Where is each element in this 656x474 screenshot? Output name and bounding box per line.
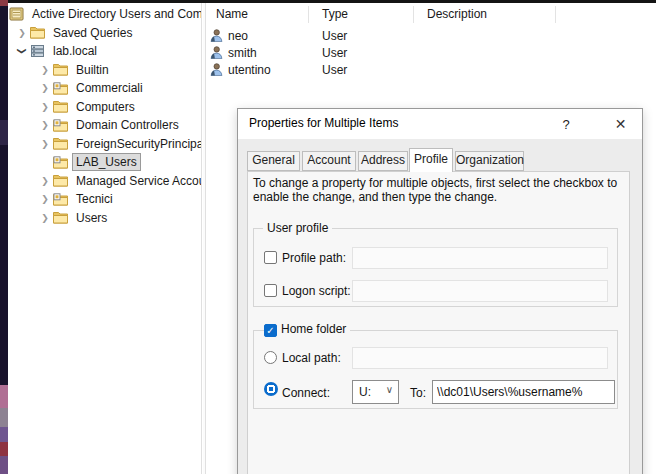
instruction-line-1: To change a property for multiple object… bbox=[253, 176, 617, 190]
wallpaper-segment bbox=[0, 120, 8, 145]
tab-address[interactable]: Address bbox=[358, 151, 408, 171]
chevron-right-icon[interactable] bbox=[37, 83, 53, 93]
folder-icon bbox=[53, 211, 71, 224]
tree-item-label: Builtin bbox=[73, 62, 112, 78]
tree-item-saved-queries[interactable]: Saved Queries bbox=[8, 24, 201, 43]
console-tree-panel: Active Directory Users and Computers Sav… bbox=[8, 3, 202, 474]
tree-item-foreign-security-principals[interactable]: ForeignSecurityPrincipals bbox=[8, 135, 201, 154]
wallpaper-segment bbox=[0, 408, 8, 427]
tree-item-label: Tecnici bbox=[73, 191, 116, 207]
wallpaper-segment bbox=[0, 456, 8, 474]
local-path-radio[interactable] bbox=[264, 351, 277, 364]
list-row-smith[interactable]: smith User bbox=[206, 44, 656, 61]
tree-item-managed-service-accounts[interactable]: Managed Service Accounts bbox=[8, 172, 201, 191]
tab-account[interactable]: Account bbox=[302, 151, 356, 171]
tab-organization[interactable]: Organization bbox=[455, 151, 524, 171]
column-separator[interactable] bbox=[555, 6, 556, 23]
list-cell-name: neo bbox=[228, 29, 308, 43]
connect-radio[interactable] bbox=[264, 382, 278, 396]
instruction-line-2: enable the change, and then type the cha… bbox=[253, 190, 617, 204]
drive-letter-dropdown[interactable]: U: ∨ bbox=[352, 380, 399, 404]
dialog-title: Properties for Multiple Items bbox=[249, 109, 398, 138]
tree-item-label: Saved Queries bbox=[50, 25, 135, 41]
user-icon bbox=[210, 46, 223, 59]
list-cell-type: User bbox=[322, 63, 347, 77]
profile-path-input[interactable] bbox=[352, 247, 608, 269]
tree-item-lab-local[interactable]: lab.local bbox=[8, 42, 201, 61]
chevron-right-icon[interactable] bbox=[14, 28, 30, 38]
list-cell-type: User bbox=[322, 46, 347, 60]
tree-item-label: lab.local bbox=[50, 43, 100, 59]
tree-item-users[interactable]: Users bbox=[8, 209, 201, 228]
home-folder-path-input[interactable] bbox=[432, 380, 615, 404]
folder-icon bbox=[30, 26, 48, 39]
to-label: To: bbox=[410, 381, 426, 405]
tree-item-tecnici[interactable]: Tecnici bbox=[8, 190, 201, 209]
tree-item-root[interactable]: Active Directory Users and Computers bbox=[8, 5, 201, 24]
tree-item-computers[interactable]: Computers bbox=[8, 98, 201, 117]
help-button[interactable]: ? bbox=[543, 109, 589, 139]
home-folder-group: Home folder Local path: Connect: U: ∨ To… bbox=[253, 330, 618, 409]
drive-letter-value: U: bbox=[359, 381, 371, 403]
local-path-input[interactable] bbox=[352, 347, 608, 369]
folder-icon bbox=[53, 100, 71, 113]
wallpaper-segment bbox=[0, 427, 8, 442]
chevron-down-icon[interactable] bbox=[14, 46, 30, 56]
chevron-right-icon[interactable] bbox=[37, 213, 53, 223]
chevron-right-icon[interactable] bbox=[37, 176, 53, 186]
desktop-wallpaper-edge bbox=[0, 0, 8, 474]
home-folder-group-title: Home folder bbox=[277, 322, 350, 337]
chevron-right-icon[interactable] bbox=[37, 65, 53, 75]
properties-dialog: Properties for Multiple Items ? ✕ Genera… bbox=[237, 108, 643, 474]
ou-folder-icon bbox=[53, 193, 71, 206]
chevron-right-icon[interactable] bbox=[37, 194, 53, 204]
tree-item-label: Commerciali bbox=[73, 80, 146, 96]
user-profile-group-title: User profile bbox=[263, 221, 332, 236]
chevron-right-icon[interactable] bbox=[37, 120, 53, 130]
list-row-neo[interactable]: neo User bbox=[206, 27, 656, 44]
chevron-right-icon[interactable] bbox=[37, 139, 53, 149]
logon-script-input[interactable] bbox=[352, 280, 608, 302]
directory-root-icon bbox=[9, 7, 27, 21]
profile-path-label: Profile path: bbox=[282, 247, 346, 269]
column-separator[interactable] bbox=[413, 6, 414, 23]
user-icon bbox=[210, 29, 223, 42]
tree-item-label: Managed Service Accounts bbox=[73, 173, 201, 189]
tree-item-lab-users[interactable]: LAB_Users bbox=[8, 153, 201, 172]
folder-icon bbox=[53, 63, 71, 76]
tab-general[interactable]: General bbox=[247, 151, 300, 171]
domain-icon bbox=[30, 44, 48, 58]
list-cell-name: utentino bbox=[228, 63, 308, 77]
tree-item-builtin[interactable]: Builtin bbox=[8, 61, 201, 80]
column-header-type[interactable]: Type bbox=[322, 3, 348, 25]
tab-profile[interactable]: Profile bbox=[409, 148, 453, 172]
column-separator[interactable] bbox=[308, 6, 309, 23]
tree-item-commerciali[interactable]: Commerciali bbox=[8, 79, 201, 98]
aduc-window: Active Directory Users and Computers Sav… bbox=[0, 0, 656, 474]
user-icon bbox=[210, 63, 223, 76]
home-folder-checkbox[interactable] bbox=[264, 324, 277, 337]
local-path-label: Local path: bbox=[282, 347, 341, 369]
tree-item-label: Active Directory Users and Computers bbox=[29, 6, 201, 22]
tree-item-domain-controllers[interactable]: Domain Controllers bbox=[8, 116, 201, 135]
list-cell-name: smith bbox=[228, 46, 308, 60]
logon-script-label: Logon script: bbox=[282, 280, 351, 302]
chevron-down-icon: ∨ bbox=[386, 384, 393, 395]
ou-folder-icon bbox=[53, 82, 71, 95]
chevron-right-icon[interactable] bbox=[37, 102, 53, 112]
column-header-description[interactable]: Description bbox=[427, 3, 487, 25]
list-row-utentino[interactable]: utentino User bbox=[206, 61, 656, 78]
wallpaper-segment bbox=[0, 442, 8, 456]
list-cell-type: User bbox=[322, 29, 347, 43]
tree-item-label: Domain Controllers bbox=[73, 117, 182, 133]
close-icon[interactable]: ✕ bbox=[598, 109, 643, 139]
profile-path-checkbox[interactable] bbox=[264, 251, 277, 264]
folder-icon bbox=[53, 174, 71, 187]
dialog-titlebar[interactable]: Properties for Multiple Items ? ✕ bbox=[238, 109, 642, 139]
tree-item-label: Computers bbox=[73, 99, 138, 115]
wallpaper-segment bbox=[0, 0, 8, 6]
tree-item-label: ForeignSecurityPrincipals bbox=[73, 136, 201, 152]
logon-script-checkbox[interactable] bbox=[264, 284, 277, 297]
column-header-name[interactable]: Name bbox=[216, 3, 248, 25]
wallpaper-segment bbox=[0, 385, 8, 408]
